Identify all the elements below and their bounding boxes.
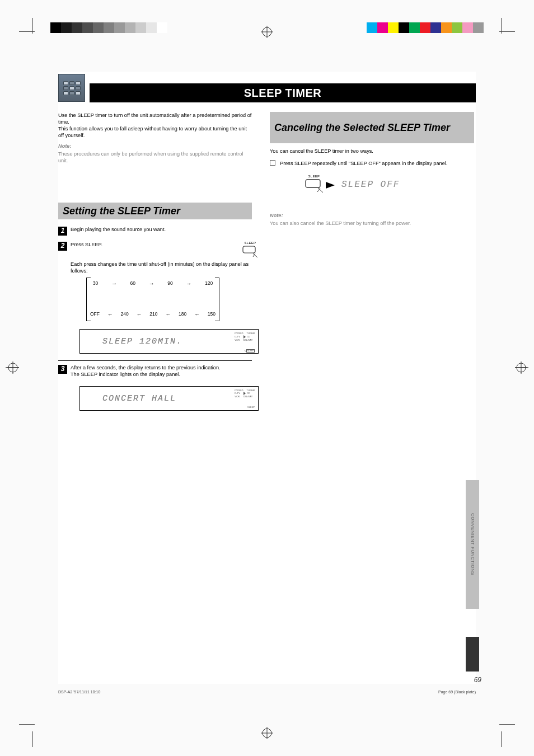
svg-rect-12 bbox=[243, 246, 255, 253]
sleep-button-icon: SLEEP bbox=[305, 175, 324, 195]
registration-target bbox=[261, 26, 273, 38]
registration-target bbox=[515, 361, 527, 374]
footer-left: DSP-A2 '97/11/11 10:10 bbox=[58, 690, 100, 694]
side-tab-dark bbox=[466, 637, 479, 672]
sleep-off-illustration: SLEEP SLEEP OFF bbox=[305, 175, 474, 195]
cancel-step: Press SLEEP repeatedly until "SLEEP OFF"… bbox=[270, 160, 474, 167]
footer-right: Page 69 (Black plate) bbox=[438, 690, 476, 694]
right-column: Canceling the Selected SLEEP Timer You c… bbox=[270, 112, 474, 227]
side-tab-label: CONVENIENT FUNCTIONS bbox=[466, 480, 479, 609]
section-icon bbox=[58, 74, 85, 102]
step-badge-1: 1 bbox=[58, 227, 67, 236]
svg-rect-13 bbox=[306, 180, 320, 187]
bullet-icon bbox=[270, 160, 275, 166]
page-number: 69 bbox=[474, 676, 481, 684]
step-badge-3: 3 bbox=[58, 365, 67, 374]
note-heading: Note: bbox=[270, 212, 474, 219]
subhead-canceling-sleep: Canceling the Selected SLEEP Timer bbox=[270, 112, 474, 143]
sleep-time-ladder: 30→60→90→120 OFF←240←210←180←150 bbox=[86, 278, 219, 321]
note-body: You can also cancel the SLEEP timer by t… bbox=[270, 220, 474, 227]
section-title-bar: SLEEP TIMER bbox=[90, 83, 476, 102]
step-divider bbox=[58, 360, 252, 361]
section-title: SLEEP TIMER bbox=[244, 87, 322, 100]
step-badge-2: 2 bbox=[58, 242, 67, 251]
step-1: 1 Begin playing the sound source you wan… bbox=[58, 226, 252, 236]
left-column: 1 Begin playing the sound source you wan… bbox=[58, 206, 252, 411]
intro-text: Use the SLEEP timer to turn off the unit… bbox=[58, 112, 252, 164]
arrow-icon bbox=[326, 182, 335, 189]
sleep-button-icon: SLEEP bbox=[242, 241, 259, 260]
display-sleep-off: SLEEP OFF bbox=[341, 179, 400, 191]
cmyk-color-bar bbox=[367, 22, 484, 33]
page-content: SLEEP TIMER Use the SLEEP timer to turn … bbox=[58, 72, 476, 684]
note-heading: Note: bbox=[58, 143, 252, 149]
note-body: These procedures can only be performed w… bbox=[58, 151, 252, 164]
registration-target bbox=[261, 727, 273, 739]
grayscale-color-bar bbox=[50, 22, 167, 33]
display-panel-sleep-120: SLEEP 120MIN. DVD/LDTUNER D-TVCD VCRCBL/… bbox=[79, 329, 259, 354]
display-panel-concert-hall: CONCERT HALL DVD/LDTUNER D-TVCD VCRCBL/S… bbox=[79, 386, 259, 411]
step-2: 2 Press SLEEP. SLEEP Each press changes … bbox=[58, 241, 252, 354]
step-3: 3 After a few seconds, the display retur… bbox=[58, 364, 252, 410]
registration-target bbox=[7, 361, 19, 374]
